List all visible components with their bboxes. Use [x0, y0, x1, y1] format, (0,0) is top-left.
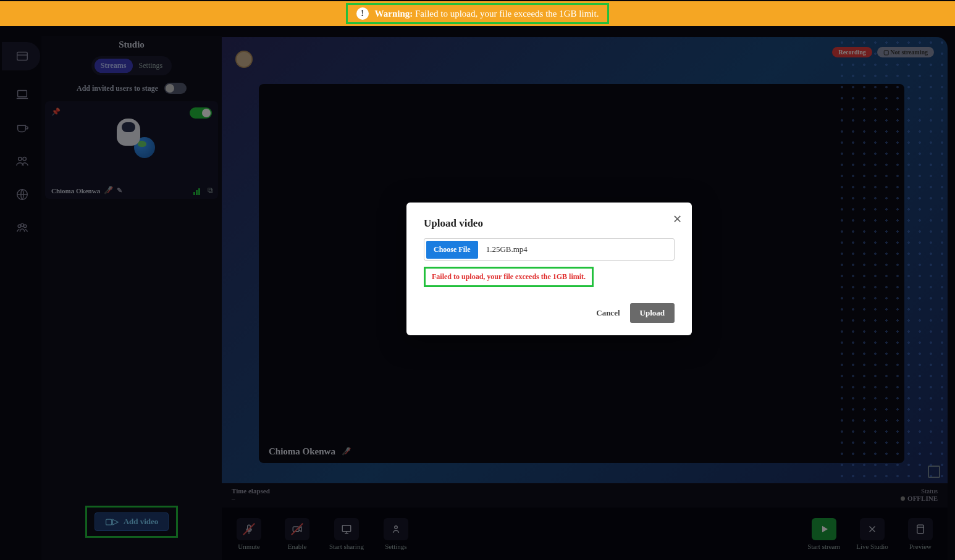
- file-input-row: Choose File 1.25GB.mp4: [424, 238, 675, 261]
- rail-group-icon[interactable]: [15, 221, 29, 237]
- settings-button[interactable]: Settings: [380, 518, 412, 550]
- preview-button[interactable]: Preview: [904, 518, 936, 550]
- popout-icon[interactable]: ⧉: [208, 186, 213, 195]
- choose-file-button[interactable]: Choose File: [426, 241, 478, 259]
- status-bar: Time elapsed – Status OFFLINE: [222, 483, 948, 508]
- participant-avatar: [51, 106, 212, 168]
- participant-card[interactable]: 📌 Chioma Okenwa 🎤̸ ✎ ⧉: [45, 101, 218, 199]
- participant-name: Chioma Okenwa: [51, 187, 100, 194]
- svg-point-3: [23, 157, 26, 161]
- rail-laptop-icon[interactable]: [15, 88, 29, 104]
- not-streaming-badge: ▢ Not streaming: [877, 47, 934, 57]
- modal-title: Upload video: [424, 217, 675, 230]
- svg-rect-10: [342, 525, 351, 532]
- left-icon-rail: [3, 36, 41, 560]
- participant-name-row: Chioma Okenwa 🎤̸ ✎: [51, 186, 122, 195]
- stage-participant-label: Chioma Okenwa 🎤̸: [269, 446, 351, 457]
- close-icon[interactable]: ✕: [673, 212, 682, 226]
- rail-coffee-icon[interactable]: [15, 121, 29, 137]
- start-sharing-button[interactable]: Start sharing: [329, 518, 364, 550]
- upload-button[interactable]: Upload: [630, 303, 675, 323]
- rail-people-icon[interactable]: [15, 154, 29, 170]
- warning-banner-highlight: ! Warning: Failed to upload, your file e…: [346, 3, 610, 24]
- time-elapsed-label: Time elapsed: [232, 487, 270, 495]
- video-icon: ▢▷: [105, 517, 119, 527]
- svg-point-11: [395, 525, 398, 529]
- warning-text: Warning: Failed to upload, your file exc…: [375, 9, 599, 19]
- fullscreen-icon[interactable]: [928, 466, 940, 478]
- selected-filename: 1.25GB.mp4: [486, 244, 528, 254]
- svg-point-7: [21, 224, 24, 227]
- hand-icon[interactable]: [235, 51, 253, 68]
- enable-camera-button[interactable]: Enable: [281, 518, 313, 550]
- add-video-button[interactable]: ▢▷ Add video: [95, 512, 169, 531]
- warning-icon: !: [356, 7, 369, 20]
- tab-streams[interactable]: Streams: [95, 59, 133, 73]
- studio-panel: Studio Streams Settings Add invited user…: [41, 36, 222, 560]
- invite-label: Add invited users to stage: [77, 84, 158, 93]
- edit-icon[interactable]: ✎: [117, 186, 122, 194]
- rail-studio-icon[interactable]: [2, 42, 40, 70]
- unmute-button[interactable]: Unmute: [233, 518, 265, 550]
- invite-toggle-row: Add invited users to stage: [41, 83, 222, 94]
- upload-error-highlight: Failed to upload, your file exceeds the …: [424, 267, 594, 287]
- pin-icon[interactable]: 📌: [51, 107, 61, 117]
- time-elapsed-value: –: [232, 495, 270, 502]
- add-video-highlight: ▢▷ Add video: [85, 506, 179, 538]
- studio-title: Studio: [41, 36, 222, 56]
- recording-badge: Recording: [832, 47, 872, 57]
- svg-rect-1: [18, 91, 27, 97]
- participant-visible-toggle[interactable]: [190, 107, 212, 119]
- stage-mic-muted-icon: 🎤̸: [342, 447, 351, 456]
- svg-rect-12: [917, 525, 924, 533]
- mic-muted-icon: 🎤̸: [104, 186, 113, 195]
- cancel-button[interactable]: Cancel: [596, 308, 620, 318]
- invite-toggle[interactable]: [164, 83, 187, 94]
- svg-point-2: [19, 157, 22, 161]
- status-label: Status: [901, 487, 938, 495]
- signal-icon: [193, 186, 200, 195]
- warning-banner: ! Warning: Failed to upload, your file e…: [0, 1, 955, 26]
- status-value: OFFLINE: [901, 495, 938, 502]
- upload-error-text: Failed to upload, your file exceeds the …: [432, 272, 586, 282]
- rail-globe-icon[interactable]: [15, 188, 29, 204]
- svg-rect-0: [17, 52, 28, 61]
- studio-tabs: Streams Settings: [91, 56, 172, 75]
- upload-video-modal: ✕ Upload video Choose File 1.25GB.mp4 Fa…: [406, 203, 692, 335]
- start-stream-button[interactable]: Start stream: [807, 518, 840, 550]
- participant-status-icons: ⧉: [193, 186, 213, 195]
- bottom-toolbar: Unmute Enable Start sharing Settings Sta…: [222, 508, 948, 560]
- live-studio-button[interactable]: Live Studio: [856, 518, 888, 550]
- tab-settings[interactable]: Settings: [133, 59, 169, 73]
